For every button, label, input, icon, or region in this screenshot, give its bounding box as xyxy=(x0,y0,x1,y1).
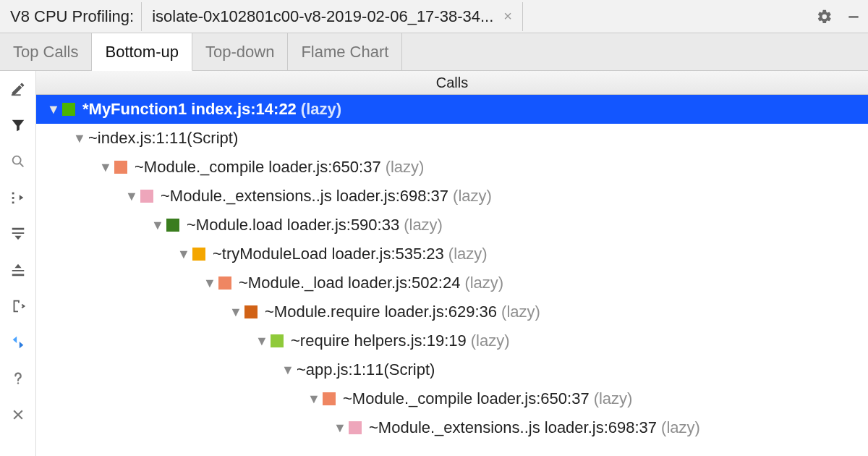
call-label: ~require helpers.js:19:19 xyxy=(291,332,467,350)
call-tree[interactable]: ▼*MyFunction1 index.js:14:22 (lazy)▼~ind… xyxy=(36,95,868,456)
tree-collapse-icon[interactable] xyxy=(6,185,30,210)
compare-icon[interactable] xyxy=(6,330,30,355)
svg-line-3 xyxy=(20,164,23,167)
expand-arrow-icon[interactable]: ▼ xyxy=(97,160,114,175)
profile-file-label: isolate-0x102801c00-v8-2019-02-06_17-38-… xyxy=(152,7,493,26)
tree-row[interactable]: ▼~require helpers.js:19:19 (lazy) xyxy=(36,326,868,355)
call-label: ~index.js:1:11(Script) xyxy=(88,129,238,148)
tab-label: Top-down xyxy=(205,43,274,62)
view-tabs: Top Calls Bottom-up Top-down Flame Chart xyxy=(0,33,868,71)
tab-top-down[interactable]: Top-down xyxy=(192,33,288,70)
call-suffix: (lazy) xyxy=(404,216,443,235)
expand-arrow-icon[interactable]: ▼ xyxy=(331,421,349,436)
color-swatch xyxy=(244,305,258,318)
calls-column-header[interactable]: Calls xyxy=(36,71,868,95)
call-suffix: (lazy) xyxy=(471,332,510,350)
call-suffix: (lazy) xyxy=(301,100,341,119)
call-label: ~app.js:1:11(Script) xyxy=(297,360,435,379)
svg-rect-5 xyxy=(12,197,14,199)
title-bar: V8 CPU Profiling: isolate-0x102801c00-v8… xyxy=(0,0,868,33)
color-swatch xyxy=(323,392,336,405)
call-label: ~tryModuleLoad loader.js:535:23 xyxy=(213,245,444,263)
color-swatch xyxy=(166,219,179,232)
call-label: ~Module._extensions..js loader.js:698:37 xyxy=(161,187,448,206)
call-label: ~Module._compile loader.js:650:37 xyxy=(343,389,590,408)
svg-point-11 xyxy=(17,382,18,384)
expand-arrow-icon[interactable]: ▼ xyxy=(305,392,323,407)
color-swatch xyxy=(349,421,362,434)
filter-icon[interactable] xyxy=(6,113,30,138)
tree-row[interactable]: ▼~Module._compile loader.js:650:37 (lazy… xyxy=(36,153,868,182)
svg-rect-10 xyxy=(12,270,24,271)
expand-arrow-icon[interactable]: ▼ xyxy=(279,363,297,378)
expand-arrow-icon[interactable]: ▼ xyxy=(123,189,140,204)
call-label: ~Module._load loader.js:502:24 xyxy=(239,274,460,292)
tree-row[interactable]: ▼*MyFunction1 index.js:14:22 (lazy) xyxy=(36,95,868,124)
call-suffix: (lazy) xyxy=(453,187,492,206)
tab-label: Bottom-up xyxy=(105,43,179,62)
collapse-all-icon[interactable] xyxy=(6,258,30,282)
tree-row[interactable]: ▼~Module._load loader.js:502:24 (lazy) xyxy=(36,269,868,297)
expand-arrow-icon[interactable]: ▼ xyxy=(227,305,244,320)
panel-title: V8 CPU Profiling: xyxy=(0,7,141,26)
close-file-icon[interactable]: × xyxy=(503,8,512,25)
svg-point-2 xyxy=(12,156,20,164)
expand-arrow-icon[interactable]: ▼ xyxy=(201,276,218,291)
expand-arrow-icon[interactable]: ▼ xyxy=(71,131,88,146)
expand-all-icon[interactable] xyxy=(6,221,30,246)
call-suffix: (lazy) xyxy=(661,418,700,437)
tree-row[interactable]: ▼~Module.load loader.js:590:33 (lazy) xyxy=(36,211,868,240)
call-label: ~Module.require loader.js:629:36 xyxy=(265,303,497,321)
color-swatch xyxy=(140,190,153,203)
profile-file-tab[interactable]: isolate-0x102801c00-v8-2019-02-06_17-38-… xyxy=(141,2,523,31)
tree-row[interactable]: ▼~Module._extensions..js loader.js:698:3… xyxy=(36,413,868,442)
call-label: *MyFunction1 index.js:14:22 xyxy=(82,100,297,119)
tree-row[interactable]: ▼~app.js:1:11(Script) xyxy=(36,355,868,384)
call-suffix: (lazy) xyxy=(386,158,425,177)
tab-flame-chart[interactable]: Flame Chart xyxy=(288,33,402,70)
svg-rect-1 xyxy=(11,94,20,96)
tree-row[interactable]: ▼~tryModuleLoad loader.js:535:23 (lazy) xyxy=(36,240,868,269)
color-swatch xyxy=(218,276,231,290)
call-label: ~Module._compile loader.js:650:37 xyxy=(135,158,381,177)
expand-arrow-icon[interactable]: ▼ xyxy=(45,102,62,117)
tab-label: Top Calls xyxy=(13,43,78,62)
tree-row[interactable]: ▼~Module.require loader.js:629:36 (lazy) xyxy=(36,297,868,326)
color-swatch xyxy=(62,103,75,116)
side-toolbar xyxy=(0,71,36,456)
help-icon[interactable] xyxy=(6,366,30,391)
tree-row[interactable]: ▼~Module._compile loader.js:650:37 (lazy… xyxy=(36,384,868,413)
call-label: ~Module.load loader.js:590:33 xyxy=(187,216,399,235)
tab-top-calls[interactable]: Top Calls xyxy=(0,33,92,70)
svg-rect-6 xyxy=(12,202,14,204)
call-suffix: (lazy) xyxy=(448,245,488,263)
svg-rect-0 xyxy=(848,16,858,18)
search-icon[interactable] xyxy=(6,149,30,174)
calls-header-label: Calls xyxy=(436,75,468,91)
color-swatch xyxy=(114,161,127,174)
color-swatch xyxy=(192,248,205,261)
tab-label: Flame Chart xyxy=(301,43,388,62)
svg-rect-7 xyxy=(12,228,24,230)
expand-arrow-icon[interactable]: ▼ xyxy=(253,334,271,349)
expand-arrow-icon[interactable]: ▼ xyxy=(175,247,192,262)
edit-icon[interactable] xyxy=(6,77,30,101)
expand-arrow-icon[interactable]: ▼ xyxy=(149,218,166,233)
call-suffix: (lazy) xyxy=(464,274,503,292)
export-icon[interactable] xyxy=(6,294,30,318)
tab-bottom-up[interactable]: Bottom-up xyxy=(92,33,192,71)
tree-row[interactable]: ▼~Module._extensions..js loader.js:698:3… xyxy=(36,182,868,211)
svg-rect-9 xyxy=(12,274,24,276)
tree-row[interactable]: ▼~index.js:1:11(Script) xyxy=(36,124,868,153)
svg-rect-4 xyxy=(12,193,14,195)
call-suffix: (lazy) xyxy=(501,303,540,321)
call-suffix: (lazy) xyxy=(594,389,633,408)
settings-icon[interactable] xyxy=(810,2,839,31)
svg-rect-8 xyxy=(12,232,24,234)
color-swatch xyxy=(271,334,284,347)
minimize-icon[interactable] xyxy=(839,2,868,31)
call-label: ~Module._extensions..js loader.js:698:37 xyxy=(369,418,657,437)
close-icon[interactable] xyxy=(6,402,30,427)
